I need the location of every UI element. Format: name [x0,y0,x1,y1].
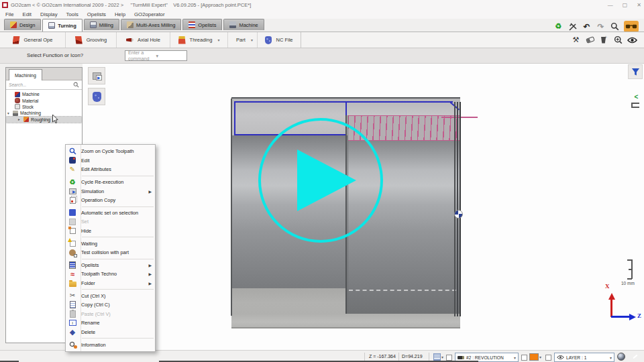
tab-milling[interactable]: Milling [84,19,119,30]
general-ope-button[interactable]: General Ope [0,32,66,48]
search-icon [73,82,79,88]
menu-label: Hide [81,228,91,234]
search-input[interactable]: Search... [6,80,82,90]
simulation-button[interactable] [88,67,105,84]
menu-opelists[interactable]: Opelists ▶ [66,261,155,270]
tree-collapse-icon[interactable]: ▾ [6,111,11,115]
menu-operation-copy[interactable]: Operation Copy [66,196,155,205]
machining-tools-icon[interactable] [571,35,581,45]
caliper-icon[interactable] [568,21,578,32]
menu-edit-attributes[interactable]: Edit Attributes [66,165,155,174]
ruler-tick-top [627,259,632,261]
menu-waiting[interactable]: Waiting [66,239,155,248]
tab-machine[interactable]: Machine [223,19,264,30]
play-icon[interactable] [297,149,356,211]
redo-icon[interactable] [596,21,606,32]
menu-delete[interactable]: Delete [66,328,155,337]
clean-toolpath-icon[interactable]: ✦ [599,35,609,45]
menu-simulation[interactable]: ▶ Simulation ▶ [66,186,155,196]
axial-hole-button[interactable]: Axial Hole [117,32,170,48]
menu-rename[interactable]: I Rename [66,318,155,328]
grid-toggle-button[interactable]: ▾ [433,353,443,361]
color-picker[interactable]: ▾ [529,353,541,361]
tree-item-stock[interactable]: Stock [6,104,82,110]
ribbon: General Ope Grooving Axial Hole Threadin… [0,32,644,48]
grid-checkbox[interactable] [446,355,452,361]
menu-display[interactable]: Display [40,11,58,17]
roughing-icon [23,117,29,122]
menu-opelists[interactable]: Opelists [87,11,106,17]
tab-opelists[interactable]: Opelists [182,19,222,30]
collapse-panel-icon[interactable] [631,93,642,101]
regenerate-icon[interactable] [553,21,564,32]
tool-checkbox[interactable] [521,355,527,361]
tree-item-material[interactable]: Material [6,97,82,103]
maximize-icon[interactable]: ▢ [623,2,628,8]
tab-label: Turning [58,23,76,29]
glasses-view-button[interactable] [624,21,639,32]
menu-edit[interactable]: Edit [66,156,155,166]
clamp-icon[interactable] [631,103,639,108]
tab-design[interactable]: Design [4,19,41,30]
menu-label: Folder [81,280,95,286]
tree-item-machine[interactable]: Machine [6,91,82,97]
menu-tools[interactable]: Tools [66,11,78,17]
menu-folder[interactable]: Folder ▶ [66,279,155,288]
filter-button[interactable] [628,64,643,79]
ribbon-label: Threading [190,37,213,43]
tab-turning[interactable]: Turning [42,19,82,32]
axis-x-arrow [610,299,612,317]
grooving-button[interactable]: Grooving [66,32,117,48]
zoom-icon[interactable] [610,21,620,32]
tab-label: Milling [99,22,113,28]
context-menu: Zoom on Cycle Toolpath Edit Edit Attribu… [65,144,156,352]
menu-separator [82,176,154,176]
tree-item-machining[interactable]: ▾ Machining [6,110,82,116]
ribbon-label: Grooving [87,37,107,43]
menu-separator [82,206,154,207]
eye-icon[interactable] [627,35,637,45]
machining-icon [13,111,18,116]
tab-machining-panel[interactable]: Machining [9,69,42,80]
menu-file[interactable]: File [5,11,14,17]
part-button[interactable]: Part ▾ [228,32,258,48]
stock-material-button[interactable] [88,88,105,105]
edit-icon [68,156,77,165]
layer-checkbox[interactable] [545,355,551,361]
part-edge-right1 [454,102,455,316]
command-input[interactable]: Enter a command ▾ [125,50,187,61]
nc-file-button[interactable]: NC File [258,32,301,48]
menu-toolpath-techno[interactable]: Toolpath Techno ▶ [66,269,155,279]
tree-expand-icon[interactable]: ▸ [17,117,21,121]
eraser-icon[interactable] [585,35,595,45]
rename-icon: I [68,318,77,327]
menu-help[interactable]: Help [115,11,125,17]
stock-topline-blue [347,101,453,103]
menu-cycle-re-execution[interactable]: Cycle Re-execution [66,178,155,187]
undo-icon[interactable] [582,21,592,32]
menu-information[interactable]: Information [66,340,155,349]
menu-test-collision-with-part[interactable]: Test collision with part [66,248,155,257]
threading-button[interactable]: Threading ▾ [170,32,228,48]
menu-copy[interactable]: Copy (Ctrl C) [66,300,155,310]
ribbon-label: Axial Hole [138,37,160,43]
zoom-fit-icon[interactable] [613,35,623,45]
menu-go2operator[interactable]: GO2operator [134,11,165,17]
simulation-icon: ▶ [68,187,77,196]
tree-item-roughing[interactable]: ▸ Roughing [6,117,82,123]
tab-multi-axes-milling[interactable]: Multi-Axes Milling [121,19,181,30]
lathe-tool-icon [458,356,464,359]
handle-sphere-icon[interactable] [454,210,463,219]
menu-zoom-on-cycle-toolpath[interactable]: Zoom on Cycle Toolpath [66,147,155,156]
layer-selector[interactable]: LAYER : 1 ▾ [554,353,614,362]
menu-edit[interactable]: Edit [23,11,32,17]
menu-hide[interactable]: Hide [66,227,155,236]
minimize-icon[interactable]: — [608,2,613,8]
folder-icon [68,279,77,288]
menu-cut[interactable]: Cut (Ctrl X) [66,291,155,300]
close-icon[interactable]: ✕ [637,2,641,8]
threading-icon [178,36,186,44]
view-orientation-icon[interactable] [617,353,625,361]
menu-automatic-set-on-selection[interactable]: Automatic set on selection [66,208,155,218]
tab-label: Design [19,22,35,28]
